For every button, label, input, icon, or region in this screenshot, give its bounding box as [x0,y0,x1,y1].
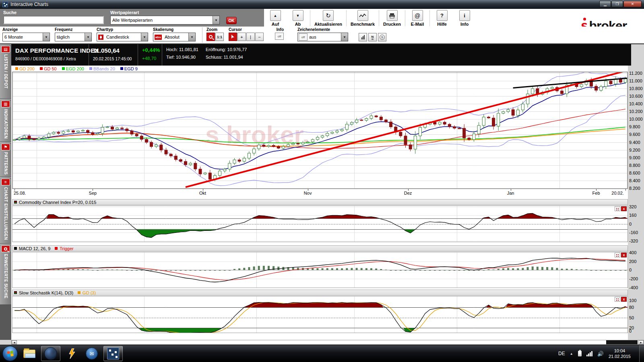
legend-label: EGD 200 [66,66,84,71]
x-tick-label: Sep [89,191,97,195]
battery-icon[interactable] [578,351,582,356]
magnifier-icon [209,35,213,39]
stoch-close-button[interactable]: x [621,297,627,302]
x-tick-label: Jan [507,191,514,195]
zoom-tool-button[interactable] [206,33,215,41]
stoch-detach-button[interactable] [615,297,620,302]
network-icon[interactable] [586,351,592,356]
info-off-button[interactable]: off [275,33,284,40]
taskbar-firefox-button[interactable] [41,346,60,361]
sidebar-tab-indikatoren[interactable]: ▥ INDIKATOREN [0,99,11,142]
x-axis: 25.08.SepOktNovDezJanFeb20.02. [11,189,628,197]
scroll-thumb[interactable] [606,340,638,344]
bars-view-button[interactable] [359,33,367,41]
taskbar-winamp-button[interactable] [64,346,80,361]
signal-view-button[interactable]: S [378,33,386,41]
legend-label: GD 200 [19,66,35,71]
cci-swatch [14,201,17,204]
scroll-track[interactable] [17,340,638,344]
horizontal-scrollbar[interactable]: ◄ ► [11,340,644,345]
auf-button[interactable]: ▲ Auf [264,10,287,27]
skalierung-select[interactable]: abs Absolut ▼ [153,33,196,41]
main-chart-canvas[interactable] [12,72,628,189]
chevron-down-icon[interactable]: ▼ [341,33,348,41]
email-button[interactable]: @ E-Mail [406,10,429,27]
x-tick-label: Feb [592,191,600,195]
advanced-search-icon [1,245,10,252]
ok-button[interactable]: OK [226,17,237,24]
up-arrow-icon: ▲ [274,14,277,18]
sidebar-tab-chart-einstellungen[interactable]: ≡ CHART EINSTELLUNGEN [0,177,11,244]
macd-detach-button[interactable] [615,253,620,257]
news-view-button[interactable]: N [368,33,377,41]
hilfe-button[interactable]: ? Hilfe [431,10,453,27]
volume-icon[interactable]: 🔊 [597,351,604,357]
legend-swatch [120,67,123,70]
list-depot-icon: ▤ [1,46,10,53]
lightning-icon [68,348,76,359]
cursor-label: Cursor [229,27,264,32]
search-input[interactable] [3,16,104,24]
chevron-down-icon[interactable]: ▼ [85,33,91,41]
x-tick-label: Dez [404,191,412,195]
x-tick [625,189,626,191]
stoch-canvas[interactable] [12,296,628,333]
magnifier-icon [4,247,7,251]
language-indicator[interactable]: DE [558,351,565,356]
close-button[interactable]: ✕ [623,1,642,7]
start-button[interactable] [2,346,18,361]
y-tick-label: 10.000 [629,117,643,121]
separator [310,10,310,26]
clock[interactable]: 10:04 21.02.2015 [609,348,631,359]
aktualisieren-button[interactable]: ↻ Aktualisieren [311,10,345,27]
cursor-arrow-button[interactable] [229,33,237,41]
cci-close-button[interactable]: x [621,206,627,211]
legend-swatch [15,67,18,70]
sidebar-tab-listen-depot[interactable]: ▤ LISTEN / DEPOT [0,44,11,99]
zeichenelemente-select[interactable]: off aus ▼ [297,33,348,41]
cci-canvas[interactable] [12,206,628,242]
macd-canvas[interactable] [12,252,628,288]
y-tick-label: 9.400 [629,140,640,145]
macd-close-button[interactable]: x [621,253,627,257]
y-tick-label: 320 [629,204,636,209]
change-percent: +0,44% [142,47,158,53]
cursor-hline-button[interactable]: − [255,33,264,41]
taskbar-thunderbird-button[interactable]: ✉ [84,346,100,361]
scroll-right-button[interactable]: ► [638,340,644,344]
y-tick-label: 200 [629,259,636,264]
change-absolute: +48,70 [142,56,158,61]
chevron-down-icon[interactable]: ▼ [141,33,148,41]
frequenz-select[interactable]: täglich ▼ [55,33,92,41]
info-button[interactable]: i Info [453,10,476,27]
drucken-button[interactable]: Drucken [380,10,404,27]
sidebar-tab-erweiterte-suche[interactable]: ERWEITERTE SUCHE [0,244,11,305]
cursor-cross-button[interactable]: + [237,33,246,41]
chevron-down-icon[interactable]: ▼ [43,33,50,41]
benchmark-button[interactable]: Benchmark [347,10,378,27]
sidebar-tab-patterns[interactable]: ⚑ PATTERNS [0,142,11,177]
taskbar-charts-app-button[interactable] [103,346,123,361]
chevron-down-icon[interactable]: ▼ [188,33,195,41]
scroll-left-button[interactable]: ◄ [12,340,17,344]
minimize-button[interactable]: ▁ [599,1,611,7]
title-bar[interactable]: Interactive Charts ▁ ❐ ✕ [0,0,644,9]
tray-expand-icon[interactable]: ▲ [570,352,573,356]
cci-detach-button[interactable] [615,206,620,211]
y-tick-label: -400 [629,285,638,290]
charttyp-select[interactable]: Candlestick ▼ [97,33,148,41]
chevron-down-icon[interactable]: ▼ [213,16,219,24]
cursor-vline-button[interactable]: | [246,33,255,41]
y-tick-label: -200 [629,276,638,281]
ab-button[interactable]: ▼ Ab [287,10,309,27]
macd-swatch [14,247,17,250]
zoom-reset-button[interactable]: 1:1 [215,33,224,41]
macd-title: MACD 12, 26, 9 [19,246,50,251]
day-open: Eröffnung: 10.976,77 [206,47,247,52]
wertpapierart-select[interactable]: Alle Wertpapierarten ▼ [110,16,220,25]
show-desktop-button[interactable] [639,345,644,362]
taskbar-explorer-button[interactable] [21,346,37,361]
cci-panel-header: Commodity Channel Index P=20, 0.015 [12,199,628,205]
restore-button[interactable]: ❐ [611,1,623,7]
anzeige-select[interactable]: 6 Monate ▼ [2,33,50,41]
